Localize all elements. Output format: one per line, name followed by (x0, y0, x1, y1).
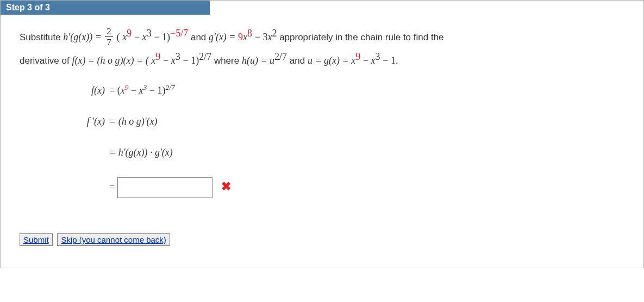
expr-hprime-lead: h'(g(x)) = (63, 32, 104, 42)
submit-button[interactable]: Submit (20, 233, 53, 246)
exp-8: 8 (247, 28, 252, 39)
x-var: x (351, 55, 355, 66)
fx-comp: f(x) = (h o g)(x) = ( (72, 55, 148, 66)
skip-button[interactable]: Skip (you cannot come back) (57, 233, 170, 246)
equals: = (109, 182, 117, 193)
text-and2: and (290, 56, 308, 66)
text-substitute: Substitute (20, 32, 63, 42)
minus-1-close: − 1) (183, 55, 199, 66)
minus: − (128, 85, 139, 96)
work-row-1: f(x) = (x9 − x3 − 1)2/7 (66, 78, 627, 103)
x-var: x (121, 85, 125, 96)
incorrect-icon: ✖ (221, 171, 231, 202)
work-row-3: = h'(g(x)) · g'(x) (66, 140, 627, 165)
answer-input[interactable] (117, 177, 212, 198)
close: − 1) (147, 85, 165, 96)
problem-line-2: derivative of f(x) = (h o g)(x) = ( x9 −… (20, 49, 627, 72)
x-var: x (139, 85, 143, 96)
step-label: Step 3 of 3 (6, 3, 50, 12)
x-var: x (171, 55, 176, 66)
minus: − (363, 55, 371, 66)
work-steps: f(x) = (x9 − x3 − 1)2/7 f '(x) = (h o g)… (20, 78, 627, 202)
exp-2: 2 (272, 28, 277, 39)
row1-left: f(x) (66, 78, 109, 103)
x-var: x (243, 32, 247, 42)
frac-den: 7 (105, 37, 113, 47)
text-where: where (214, 56, 242, 66)
step-header: Step 3 of 3 (1, 1, 210, 15)
text-derivative-of: derivative of (20, 56, 72, 66)
coef-9: 9 (238, 32, 243, 42)
row3-right: = h'(g(x)) · g'(x) (109, 140, 173, 165)
tail-minus-1: − 1. (383, 55, 398, 66)
exp-9: 9 (127, 28, 132, 39)
row4-right: = ✖ (109, 171, 231, 202)
question-container: Step 3 of 3 Substitute h'(g(x)) = 2 7 ( … (0, 0, 644, 268)
x-var: x (371, 55, 376, 66)
work-row-4: = ✖ (66, 171, 627, 202)
eq-open: = ( (109, 85, 121, 96)
x-var: x (142, 32, 147, 42)
gprime-lead: g'(x) = (209, 32, 238, 42)
minus-1-close: − 1) (154, 32, 170, 42)
exp-3: 3 (376, 52, 380, 63)
exp-27: 2/7 (274, 52, 287, 63)
minus: − (134, 32, 142, 42)
exp-3: 3 (147, 28, 152, 39)
hu: h(u) = u (242, 55, 274, 66)
work-row-2: f '(x) = (h o g)'(x) (66, 109, 627, 134)
row2-right: = (h o g)'(x) (109, 109, 157, 134)
minus: − (163, 55, 171, 66)
text-and: and (191, 32, 209, 42)
paren-open: ( (117, 32, 120, 42)
frac-num: 2 (105, 27, 113, 37)
row1-right: = (x9 − x3 − 1)2/7 (109, 78, 175, 103)
exp-27: 2/7 (199, 52, 211, 63)
exp-27: 2/7 (165, 83, 174, 91)
u-eq-gx: u = g(x) = (308, 55, 351, 66)
text-tail1: appropriately in the chain rule to find … (279, 32, 443, 42)
exp-9: 9 (155, 52, 160, 63)
fraction-2-over-7: 2 7 (105, 27, 113, 47)
button-row: Submit Skip (you cannot come back) (20, 229, 627, 251)
exp-9: 9 (355, 52, 360, 63)
problem-line-1: Substitute h'(g(x)) = 2 7 ( x9 − x3 − 1)… (20, 26, 627, 49)
row2-left: f '(x) (66, 109, 109, 134)
exp-neg57: −5/7 (170, 28, 188, 39)
content-area: Substitute h'(g(x)) = 2 7 ( x9 − x3 − 1)… (1, 15, 643, 268)
minus-3: − 3 (255, 32, 268, 42)
exp-3: 3 (176, 52, 180, 63)
